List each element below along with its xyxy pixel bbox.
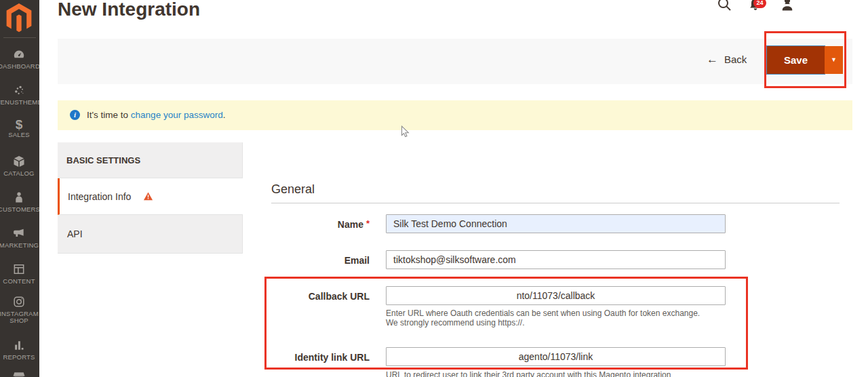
section-divider [271, 203, 840, 203]
sidebar-item-label: DASHBOARD [0, 63, 39, 70]
content-icon [0, 262, 39, 277]
caret-down-icon: ▼ [831, 56, 837, 63]
sidebar-item-catalog[interactable]: CATALOG [0, 155, 39, 177]
sidebar-divider [3, 37, 36, 38]
sidebar-item-partial[interactable] [0, 370, 39, 377]
settings-nav-panel: BASIC SETTINGS Integration Info API [58, 142, 243, 254]
catalog-icon [0, 155, 39, 169]
sales-dollar-icon: $ [0, 118, 39, 132]
reports-icon [0, 338, 39, 353]
required-asterisk: * [366, 218, 370, 229]
back-arrow-icon: ← [707, 53, 718, 66]
save-dropdown-toggle[interactable]: ▼ [825, 46, 843, 74]
basic-settings-header: BASIC SETTINGS [58, 142, 243, 178]
admin-user-icon[interactable] [779, 0, 795, 14]
callback-url-label: Callback URL [271, 291, 370, 302]
info-icon: i [70, 110, 80, 120]
search-icon[interactable] [716, 0, 732, 14]
magento-admin-page: DASHBOARD VENUSTHEME $ SALES CATALOG CUS… [0, 0, 868, 377]
sidebar-item-label: SALES [0, 132, 39, 138]
sidebar-item-sales[interactable]: $ SALES [0, 118, 39, 138]
page-title: New Integration [58, 0, 200, 20]
dashboard-icon [0, 47, 39, 62]
back-label: Back [724, 54, 747, 65]
sidebar-item-label: VENUSTHEME [0, 99, 39, 106]
sidebar-item-venustheme[interactable]: VENUSTHEME [0, 83, 39, 106]
password-notice-banner: i It's time to change your password. [58, 100, 852, 130]
customers-icon [0, 191, 39, 205]
instagram-icon [0, 295, 39, 309]
name-field-label: Name* [271, 219, 370, 230]
sidebar-item-label: MARKETING [0, 242, 39, 249]
name-input[interactable] [386, 214, 726, 233]
sidebar-item-label: CUSTOMERS [0, 206, 39, 213]
change-password-link[interactable]: change your password [131, 110, 223, 120]
marketing-icon [0, 226, 39, 241]
sidebar-item-label: CATALOG [0, 170, 39, 177]
sidebar-item-dashboard[interactable]: DASHBOARD [0, 47, 39, 70]
tab-label: API [67, 229, 83, 239]
magento-logo-icon[interactable] [5, 3, 33, 33]
banner-text: It's time to change your password. [87, 110, 225, 120]
tab-api[interactable]: API [58, 215, 243, 254]
warning-triangle-icon [143, 180, 153, 189]
sidebar-item-label: CONTENT [0, 278, 39, 285]
email-field-label: Email [271, 255, 370, 266]
venustheme-icon [0, 83, 39, 98]
save-button[interactable]: Save [767, 46, 825, 74]
identity-link-url-note: URL to redirect user to link their 3rd p… [386, 370, 711, 377]
tab-integration-info[interactable]: Integration Info [58, 178, 243, 215]
notification-count-badge[interactable]: 24 [753, 0, 766, 8]
sidebar-item-content[interactable]: CONTENT [0, 262, 39, 285]
tab-label: Integration Info [68, 191, 131, 202]
stores-icon [0, 370, 39, 377]
callback-url-note: Enter URL where Oauth credentials can be… [386, 309, 711, 328]
email-input[interactable] [386, 250, 726, 269]
sidebar-item-reports[interactable]: REPORTS [0, 338, 39, 361]
sidebar-item-label: INSTAGRAM SHOP [0, 311, 39, 324]
general-section-title: General [271, 182, 315, 197]
sidebar-item-marketing[interactable]: MARKETING [0, 226, 39, 249]
callback-url-input[interactable] [386, 286, 726, 305]
sidebar-item-customers[interactable]: CUSTOMERS [0, 191, 39, 213]
sidebar-item-instagram-shop[interactable]: INSTAGRAM SHOP [0, 295, 39, 324]
identity-link-url-input[interactable] [386, 347, 726, 366]
sidebar-item-label: REPORTS [0, 354, 39, 361]
identity-link-url-label: Identity link URL [271, 352, 370, 363]
back-button[interactable]: ←Back [707, 53, 747, 66]
admin-sidebar: DASHBOARD VENUSTHEME $ SALES CATALOG CUS… [0, 0, 39, 377]
